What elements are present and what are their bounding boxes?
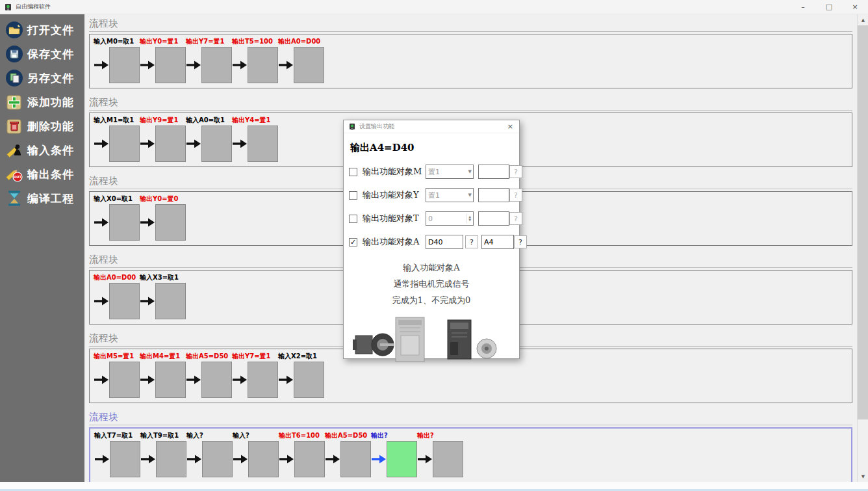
sidebar-button-save-as[interactable]: 另存文件: [5, 68, 84, 88]
flow-step[interactable]: 输入?: [186, 431, 233, 478]
flow-step[interactable]: 输入X2=取1: [278, 352, 324, 399]
flow-step-block[interactable]: [109, 204, 140, 241]
output-target-m-select[interactable]: 置1▼: [426, 165, 474, 179]
flow-step[interactable]: 输入M0=取1: [94, 37, 140, 84]
flow-step[interactable]: 输出T5=100: [232, 37, 278, 84]
flow-step-block[interactable]: [109, 283, 140, 319]
flow-step[interactable]: 输入A0=取1: [186, 116, 232, 163]
sidebar-item-label: 输入条件: [27, 143, 74, 158]
flow-block-canvas[interactable]: 输入T7=取1输入T9=取1输入?输入?输出T6=100输出A5=D50输出?输…: [89, 427, 852, 482]
flow-step-block[interactable]: [248, 362, 278, 398]
output-target-t-spinner[interactable]: 0▲▼: [426, 211, 474, 226]
output-target-y-value-field[interactable]: [478, 188, 509, 202]
flow-step-block[interactable]: [202, 441, 233, 477]
sidebar-button-input-condition[interactable]: 输入条件: [5, 140, 84, 160]
flow-step[interactable]: 输出Y0=置0: [140, 194, 186, 241]
output-target-a-checkbox[interactable]: ✓: [349, 238, 357, 246]
sidebar-button-compile-project[interactable]: 编译工程: [5, 189, 84, 208]
flow-step-block[interactable]: [248, 47, 278, 83]
flow-step[interactable]: 输入T7=取1: [94, 431, 140, 478]
flow-step[interactable]: 输入T9=取1: [140, 431, 186, 478]
flow-step[interactable]: 输出A0=D00: [278, 37, 324, 84]
flow-step-block[interactable]: [110, 441, 140, 477]
flow-step-block[interactable]: [109, 362, 140, 398]
help-button[interactable]: ?: [465, 235, 478, 248]
flow-step[interactable]: 输出A0=D00: [94, 273, 140, 320]
flow-step[interactable]: 输出Y4=置1: [232, 116, 278, 163]
flow-step-block[interactable]: [294, 441, 325, 477]
close-button[interactable]: ×: [842, 0, 868, 14]
sidebar-button-add-function[interactable]: 添加功能: [5, 92, 84, 112]
flow-block-title: 流程块: [89, 411, 852, 425]
flow-step-block[interactable]: [155, 283, 186, 319]
flow-step[interactable]: 输出M4=置1: [140, 352, 186, 399]
output-target-a-data-field[interactable]: D40: [426, 235, 463, 249]
spinner-arrows-icon[interactable]: ▲▼: [466, 214, 473, 223]
scroll-up-icon[interactable]: ▲: [858, 14, 868, 25]
output-target-m-checkbox[interactable]: [349, 168, 357, 176]
flow-step-label: 输出?: [371, 431, 417, 440]
flow-step-label: 输入T9=取1: [140, 431, 186, 440]
flow-step[interactable]: 输出T6=100: [279, 431, 325, 478]
minimize-button[interactable]: –: [790, 0, 816, 14]
chevron-down-icon[interactable]: ▼: [468, 169, 472, 174]
flow-step[interactable]: 输入X0=取1: [94, 194, 140, 241]
flow-step[interactable]: 输出Y7=置1: [232, 352, 278, 399]
flow-step-block[interactable]: [155, 126, 186, 162]
output-target-t-value-field[interactable]: [478, 211, 509, 226]
compile-project-icon: [5, 189, 23, 207]
help-button[interactable]: ?: [509, 165, 522, 178]
sidebar-button-open-file[interactable]: 打开文件: [5, 20, 84, 40]
flow-step-block[interactable]: [248, 126, 278, 162]
maximize-button[interactable]: □: [816, 0, 842, 14]
flow-arrow-icon: [140, 59, 155, 71]
flow-step[interactable]: 输出Y7=置1: [186, 37, 232, 84]
sidebar-button-save-file[interactable]: 保存文件: [5, 44, 84, 64]
flow-step[interactable]: 输入?: [233, 431, 279, 478]
flow-step-block[interactable]: [156, 441, 186, 477]
flow-step[interactable]: 输出M5=置1: [94, 352, 140, 399]
flow-step-block[interactable]: [155, 204, 186, 241]
help-button[interactable]: ?: [514, 235, 527, 248]
sidebar-button-output-condition[interactable]: OUT输出条件: [5, 165, 84, 184]
scroll-down-icon[interactable]: ▼: [858, 471, 868, 482]
help-button[interactable]: ?: [509, 189, 522, 202]
flow-step[interactable]: 输出A5=D50: [186, 352, 232, 399]
flow-step[interactable]: 输出?: [417, 431, 463, 478]
flow-step-block[interactable]: [109, 47, 140, 83]
flow-step-block[interactable]: [294, 362, 324, 398]
flow-step-block[interactable]: [109, 126, 140, 162]
output-target-y-select[interactable]: 置1▼: [426, 188, 474, 202]
flow-step-block-active[interactable]: [387, 441, 417, 477]
flow-step-block[interactable]: [294, 47, 324, 83]
chevron-down-icon[interactable]: ▼: [468, 192, 472, 198]
dialog-close-icon[interactable]: ×: [507, 122, 513, 131]
flow-step[interactable]: 输出Y9=置1: [140, 116, 186, 163]
output-target-a-address-field[interactable]: A4: [481, 235, 514, 249]
dialog-titlebar[interactable]: 设置输出功能 ×: [344, 120, 519, 133]
vertical-scrollbar[interactable]: ▲ ▼: [857, 14, 868, 482]
sidebar-button-delete-function[interactable]: 删除功能: [5, 116, 84, 136]
flow-step-block[interactable]: [433, 441, 463, 477]
flow-step-label: 输入X0=取1: [94, 194, 140, 204]
flow-step[interactable]: 输出A5=D50: [325, 431, 371, 478]
flow-step[interactable]: 输入X3=取1: [140, 273, 186, 320]
flow-step-block[interactable]: [201, 362, 232, 398]
sidebar-item-label: 保存文件: [27, 47, 74, 62]
flow-step[interactable]: 输入M1=取1: [94, 116, 140, 163]
scrollbar-thumb[interactable]: [858, 25, 868, 419]
flow-step[interactable]: 输出?: [371, 431, 417, 478]
flow-block-canvas[interactable]: 输入M0=取1输出Y0=置1输出Y7=置1输出T5=100输出A0=D00: [89, 34, 852, 88]
flow-step-block[interactable]: [248, 441, 279, 477]
flow-step[interactable]: 输出Y0=置1: [140, 37, 186, 84]
flow-step-block[interactable]: [201, 47, 232, 83]
help-button[interactable]: ?: [509, 212, 522, 225]
flow-step-block[interactable]: [155, 47, 186, 83]
flow-step-label: 输出A5=D50: [325, 431, 371, 440]
output-target-t-checkbox[interactable]: [349, 215, 357, 223]
flow-step-block[interactable]: [155, 362, 186, 398]
output-target-y-checkbox[interactable]: [349, 191, 357, 200]
output-target-m-value-field[interactable]: [478, 165, 509, 179]
flow-step-block[interactable]: [340, 441, 371, 477]
flow-step-block[interactable]: [201, 126, 232, 162]
